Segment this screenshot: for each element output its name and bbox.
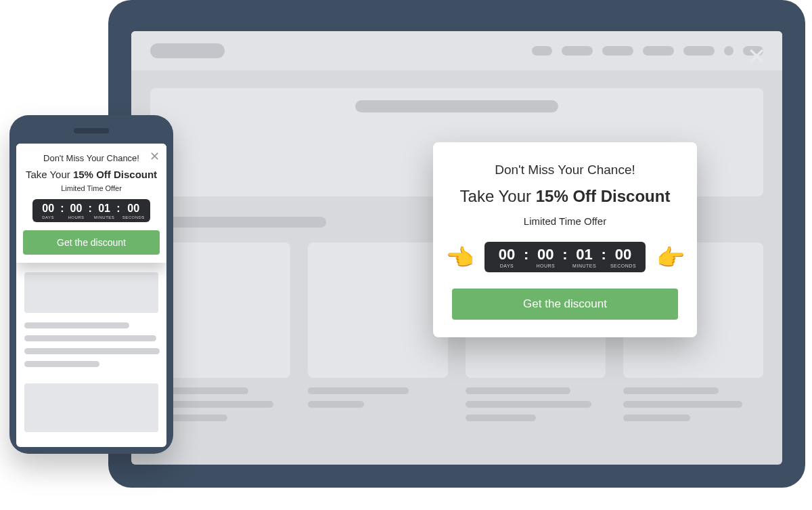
mobile-screen: ✕ Don't Miss Your Chance! Take Your 15% … [16, 144, 166, 447]
close-icon[interactable]: ✕ [150, 150, 160, 163]
skeleton-card [308, 242, 448, 428]
skeleton-card [24, 383, 158, 432]
countdown-timer: 00 DAYS : 00 HOURS : 01 MINUTES : 00 SEC… [484, 242, 646, 272]
countdown-hours-value: 00 [537, 247, 554, 262]
discount-popup-mobile: ✕ Don't Miss Your Chance! Take Your 15% … [16, 144, 166, 263]
popup-headline: Take Your 15% Off Discount [23, 169, 160, 180]
countdown-minutes-label: MINUTES [572, 263, 596, 268]
popup-headline-bold: 15% Off Discount [536, 187, 671, 205]
discount-popup: Don't Miss Your Chance! Take Your 15% Of… [433, 142, 697, 337]
popup-headline: Take Your 15% Off Discount [452, 187, 678, 206]
countdown-seconds: 00 SECONDS [122, 203, 145, 219]
countdown-days: 00 DAYS [494, 247, 520, 268]
countdown-minutes-value: 01 [576, 247, 592, 262]
countdown-minutes: 01 MINUTES [572, 247, 597, 268]
countdown-seconds: 00 SECONDS [610, 247, 636, 268]
countdown-seconds-value: 00 [615, 247, 631, 262]
close-icon[interactable]: ✕ [747, 45, 766, 68]
skeleton-topbar [131, 31, 782, 70]
countdown-row: 👉 00 DAYS : 00 HOURS : 01 MINUTES : [452, 242, 678, 272]
popup-title: Don't Miss Your Chance! [23, 153, 160, 163]
desktop-device-frame: ✕ [108, 0, 805, 488]
skeleton-logo [150, 43, 225, 58]
mobile-speaker [74, 128, 109, 133]
popup-headline-prefix: Take Your [26, 169, 73, 180]
mobile-device-frame: ✕ Don't Miss Your Chance! Take Your 15% … [9, 115, 173, 454]
countdown-minutes: 01 MINUTES [94, 203, 115, 219]
countdown-hours-label: HOURS [536, 263, 555, 268]
countdown-days-value: 00 [499, 247, 515, 262]
popup-headline-prefix: Take Your [460, 187, 536, 205]
countdown-seconds-label: SECONDS [610, 263, 636, 268]
countdown-row: 00 DAYS : 00 HOURS : 01 MINUTES : [23, 199, 160, 222]
skeleton-nav [532, 46, 763, 56]
skeleton-section-title [150, 217, 326, 228]
popup-subtext: Limited Time Offer [23, 184, 160, 192]
popup-title: Don't Miss Your Chance! [452, 163, 678, 177]
countdown-timer: 00 DAYS : 00 HOURS : 01 MINUTES : [32, 199, 150, 222]
popup-headline-bold: 15% Off Discount [73, 169, 157, 180]
skeleton-card [24, 272, 158, 313]
pointing-hand-left-icon: 👉 [447, 246, 474, 269]
countdown-hours: 00 HOURS [533, 247, 558, 268]
get-discount-button[interactable]: Get the discount [23, 230, 160, 255]
countdown-hours: 00 HOURS [66, 203, 87, 219]
pointing-hand-right-icon: 👉 [656, 246, 683, 269]
countdown-days: 00 DAYS [38, 203, 58, 219]
get-discount-button[interactable]: Get the discount [452, 289, 678, 320]
countdown-days-label: DAYS [500, 263, 514, 268]
popup-subtext: Limited Time Offer [452, 215, 678, 227]
